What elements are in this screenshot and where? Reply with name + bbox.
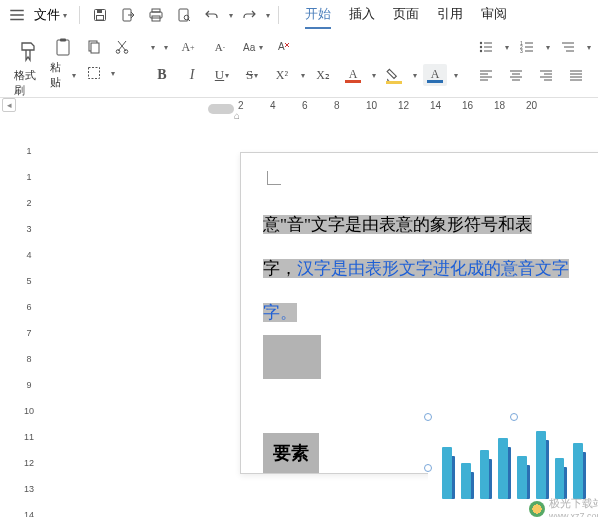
select-button[interactable] <box>82 62 106 84</box>
chevron-down-icon[interactable]: ▾ <box>111 69 115 78</box>
font-size-dropdown[interactable]: ▾ <box>163 36 168 58</box>
clear-formatting-button[interactable]: A <box>272 36 296 58</box>
format-painter-icon <box>14 38 42 66</box>
svg-rect-10 <box>60 39 66 42</box>
chevron-down-icon: ▾ <box>151 43 155 52</box>
highlight-button[interactable] <box>382 64 406 86</box>
tab-reference[interactable]: 引用 <box>437 1 463 29</box>
resize-handle[interactable] <box>424 464 432 472</box>
tab-review[interactable]: 审阅 <box>481 1 507 29</box>
chevron-down-icon[interactable]: ▾ <box>454 71 458 80</box>
margin-indicator[interactable] <box>208 104 234 114</box>
highlight-color-indicator <box>386 81 402 84</box>
chart-bar-front <box>555 458 565 499</box>
chevron-down-icon: ▾ <box>259 43 263 52</box>
selected-text[interactable]: 字， <box>263 259 297 278</box>
format-painter-button[interactable]: 格式刷 <box>10 36 46 100</box>
svg-rect-9 <box>57 40 69 55</box>
align-justify-button[interactable] <box>564 64 588 86</box>
chevron-down-icon: ▾ <box>254 71 258 80</box>
chevron-down-icon[interactable]: ▾ <box>301 71 305 80</box>
ruler-tick: 12 <box>398 100 409 111</box>
ribbon: 格式刷 粘贴 ▾ ▾ <box>0 30 598 98</box>
ruler-tick: 14 <box>430 100 441 111</box>
margin-corner-mark <box>267 171 281 185</box>
subscript-button[interactable]: X₂ <box>311 64 335 86</box>
navigation-toggle-button[interactable]: ◂ <box>2 98 16 112</box>
chart-bar-front <box>498 438 508 499</box>
shading-button[interactable]: A <box>423 64 447 86</box>
hamburger-icon[interactable] <box>8 6 26 24</box>
italic-button[interactable]: I <box>180 64 204 86</box>
ruler-tick: 8 <box>18 354 40 364</box>
ruler-tick: 2 <box>18 198 40 208</box>
chart-object[interactable]: 极光下载站 www.xz7.com <box>424 413 598 517</box>
font-color-button[interactable]: A <box>341 64 365 86</box>
undo-button[interactable] <box>200 3 224 27</box>
tab-page[interactable]: 页面 <box>393 1 419 29</box>
ruler-tick: 18 <box>494 100 505 111</box>
align-right-button[interactable] <box>534 64 558 86</box>
svg-point-19 <box>480 46 482 48</box>
svg-text:A: A <box>278 41 285 52</box>
export-button[interactable] <box>116 3 140 27</box>
align-left-button[interactable] <box>474 64 498 86</box>
strikethrough-button[interactable]: S ▾ <box>240 64 264 86</box>
copy-button[interactable] <box>82 36 106 58</box>
paste-icon <box>52 36 74 58</box>
bullet-list-button[interactable] <box>474 36 498 58</box>
print-button[interactable] <box>144 3 168 27</box>
redo-button[interactable] <box>237 3 261 27</box>
print-preview-button[interactable] <box>172 3 196 27</box>
selected-text-hyperlink[interactable]: 汉字是由表形文字进化成的意音文字 <box>297 259 569 278</box>
ruler-tick: 13 <box>18 484 40 494</box>
cut-button[interactable] <box>110 36 134 58</box>
chevron-down-icon[interactable]: ▾ <box>372 71 376 80</box>
svg-point-20 <box>480 50 482 52</box>
redo-dropdown[interactable]: ▾ <box>266 11 270 20</box>
ruler-tick: 8 <box>334 100 340 111</box>
shrink-font-button[interactable]: A- <box>208 36 232 58</box>
chevron-down-icon[interactable]: ▾ <box>587 43 591 52</box>
numbered-list-button[interactable]: 123 <box>515 36 539 58</box>
format-painter-label: 格式刷 <box>14 68 42 98</box>
bold-button[interactable]: B <box>150 64 174 86</box>
svg-text:3: 3 <box>520 48 523 54</box>
align-center-button[interactable] <box>504 64 528 86</box>
shading-color-indicator <box>427 80 443 83</box>
chevron-down-icon: ▾ <box>225 71 229 80</box>
superscript-button[interactable]: X² <box>270 64 294 86</box>
horizontal-ruler[interactable]: ⌂ 2468101214161820 <box>40 98 598 120</box>
tab-start[interactable]: 开始 <box>305 1 331 29</box>
ruler-tick: 7 <box>18 328 40 338</box>
document-text[interactable]: 意"音"文字是由表意的象形符号和表 字，汉字是由表形文字进化成的意音文字 字。 <box>263 203 598 379</box>
resize-handle[interactable] <box>424 413 432 421</box>
font-color-indicator <box>345 80 361 83</box>
change-case-button[interactable]: Aa ▾ <box>240 36 264 58</box>
paste-label-row[interactable]: 粘贴 ▾ <box>50 60 76 90</box>
selected-text[interactable]: 意"音"文字是由表意的象形符号和表 <box>263 215 532 234</box>
selected-paragraph-mark[interactable] <box>263 335 321 379</box>
ruler-tick: 11 <box>18 432 40 442</box>
save-button[interactable] <box>88 3 112 27</box>
font-family-dropdown[interactable]: ▾ <box>150 36 155 58</box>
chevron-down-icon[interactable]: ▾ <box>413 71 417 80</box>
underline-button[interactable]: U ▾ <box>210 64 234 86</box>
watermark-url: www.xz7.com <box>549 511 598 517</box>
tab-insert[interactable]: 插入 <box>349 1 375 29</box>
watermark: 极光下载站 www.xz7.com <box>529 496 598 517</box>
undo-dropdown[interactable]: ▾ <box>229 11 233 20</box>
document-area[interactable]: 意"音"文字是由表意的象形符号和表 字，汉字是由表形文字进化成的意音文字 字。 … <box>40 120 598 517</box>
heading-text[interactable]: 要素 <box>263 433 319 473</box>
vertical-ruler[interactable]: 1123456789101112131415 <box>18 98 40 517</box>
chevron-down-icon[interactable]: ▾ <box>546 43 550 52</box>
ruler-tick: 5 <box>18 276 40 286</box>
resize-handle[interactable] <box>510 413 518 421</box>
chevron-down-icon[interactable]: ▾ <box>505 43 509 52</box>
grow-font-button[interactable]: A+ <box>176 36 200 58</box>
paste-button[interactable] <box>50 36 76 58</box>
svg-rect-15 <box>89 68 100 79</box>
multilevel-list-button[interactable] <box>556 36 580 58</box>
selected-text-hyperlink[interactable]: 字。 <box>263 303 297 322</box>
file-menu[interactable]: 文件 ▾ <box>30 4 71 26</box>
